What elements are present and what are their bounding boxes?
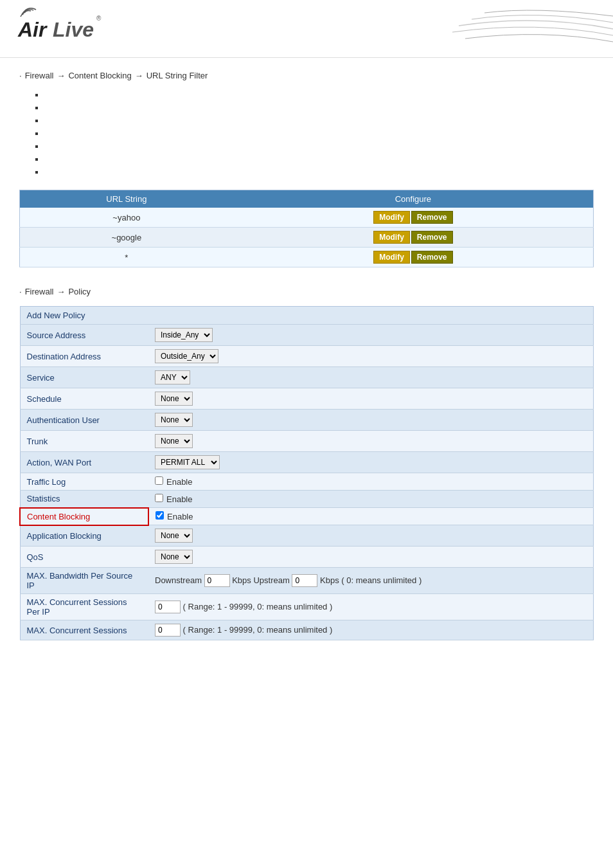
text-input[interactable]: [155, 624, 181, 637]
field-label: Trunk: [20, 431, 148, 452]
modify-button[interactable]: Modify: [373, 211, 410, 224]
policy-row: Authentication UserNone: [20, 410, 594, 431]
remove-button[interactable]: Remove: [411, 211, 453, 224]
field-label: MAX. Concurrent Sessions Per IP: [20, 594, 148, 620]
policy-row: Destination AddressOutside_Any: [20, 346, 594, 367]
section2-breadcrumb: · Firewall → Policy: [19, 287, 594, 296]
select-destination-address[interactable]: Outside_Any: [155, 349, 218, 363]
section1-breadcrumb: · Firewall → Content Blocking → URL Stri…: [19, 71, 594, 80]
header-decoration: [356, 0, 613, 58]
remove-button[interactable]: Remove: [411, 231, 453, 244]
policy-table: Add New Policy Source AddressInside_AnyD…: [19, 306, 594, 640]
upstream-input[interactable]: [292, 574, 317, 587]
field-label: MAX. Bandwidth Per Source IP: [20, 568, 148, 594]
field-label: Action, WAN Port: [20, 452, 148, 473]
field-value: None: [148, 410, 594, 431]
url-table: URL String Configure ~yahooModifyRemove~…: [19, 190, 594, 267]
field-value: None: [148, 388, 594, 410]
breadcrumb-arrow1: →: [57, 71, 65, 80]
field-label: Destination Address: [20, 346, 148, 367]
field-label: Application Blocking: [20, 525, 148, 547]
downstream-label: Downstream: [155, 575, 204, 585]
policy-row: QoSNone: [20, 547, 594, 568]
breadcrumb-arrow1-2: →: [57, 287, 65, 296]
breadcrumb-part2-2: Policy: [68, 287, 91, 296]
checkbox-traffic-log[interactable]: [155, 476, 163, 485]
svg-text:®: ®: [96, 15, 102, 22]
policy-row: Traffic LogEnable: [20, 473, 594, 491]
bandwidth-suffix: Kbps ( 0: means unlimited ): [317, 575, 422, 585]
field-value: Outside_Any: [148, 346, 594, 367]
configure-cell: ModifyRemove: [233, 228, 594, 248]
modify-button[interactable]: Modify: [373, 251, 410, 264]
field-label: Content Blocking: [20, 508, 148, 525]
table-row: *ModifyRemove: [20, 248, 594, 267]
policy-row: Application BlockingNone: [20, 525, 594, 547]
field-value: PERMIT ALL: [148, 452, 594, 473]
list-item: [45, 103, 594, 113]
configure-cell: ModifyRemove: [233, 208, 594, 228]
list-item: [45, 116, 594, 125]
field-label: Traffic Log: [20, 473, 148, 491]
select-action,-wan-port[interactable]: PERMIT ALL: [155, 455, 220, 469]
breadcrumb-dot-2: ·: [19, 287, 22, 296]
remove-button[interactable]: Remove: [411, 251, 453, 264]
field-label: Statistics: [20, 491, 148, 508]
field-label: Service: [20, 367, 148, 388]
policy-row: MAX. Concurrent Sessions ( Range: 1 - 99…: [20, 620, 594, 640]
breadcrumb-part3: URL String Filter: [147, 71, 208, 80]
policy-table-header: Add New Policy: [20, 307, 594, 325]
field-value: ( Range: 1 - 99999, 0: means unlimited ): [148, 620, 594, 640]
select-source-address[interactable]: Inside_Any: [155, 328, 213, 342]
url-string-cell: ~google: [20, 228, 233, 248]
main-content: · Firewall → Content Blocking → URL Stri…: [0, 58, 613, 653]
checkbox-label: Enable: [167, 512, 193, 521]
field-label: Authentication User: [20, 410, 148, 431]
url-table-header-configure: Configure: [233, 190, 594, 208]
field-label: QoS: [20, 547, 148, 568]
list-item: [45, 154, 594, 164]
downstream-input[interactable]: [204, 574, 230, 587]
policy-row: ScheduleNone: [20, 388, 594, 410]
select-trunk[interactable]: None: [155, 434, 193, 448]
table-row: ~googleModifyRemove: [20, 228, 594, 248]
checkbox-label: Enable: [166, 494, 192, 504]
field-label: Schedule: [20, 388, 148, 410]
section2: · Firewall → Policy Add New Policy Sourc…: [19, 287, 594, 640]
field-value: ( Range: 1 - 99999, 0: means unlimited ): [148, 594, 594, 620]
policy-row: StatisticsEnable: [20, 491, 594, 508]
field-value: Enable: [148, 491, 594, 508]
policy-row: Content BlockingEnable: [20, 508, 594, 525]
text-input[interactable]: [155, 601, 181, 613]
list-item: [45, 167, 594, 177]
modify-button[interactable]: Modify: [373, 231, 410, 244]
policy-row: TrunkNone: [20, 431, 594, 452]
svg-text:Live: Live: [53, 18, 94, 41]
breadcrumb-part1: Firewall: [25, 71, 54, 80]
policy-row: ServiceANY: [20, 367, 594, 388]
select-application-blocking[interactable]: None: [155, 529, 193, 543]
select-qos[interactable]: None: [155, 550, 193, 564]
field-label: MAX. Concurrent Sessions: [20, 620, 148, 640]
url-table-header-url: URL String: [20, 190, 233, 208]
field-value: None: [148, 525, 594, 547]
policy-row: Action, WAN PortPERMIT ALL: [20, 452, 594, 473]
configure-cell: ModifyRemove: [233, 248, 594, 267]
breadcrumb-dot-1: ·: [19, 71, 22, 80]
url-string-cell: ~yahoo: [20, 208, 233, 228]
checkbox-content-blocking[interactable]: [155, 511, 164, 520]
select-authentication-user[interactable]: None: [155, 413, 193, 427]
table-row: ~yahooModifyRemove: [20, 208, 594, 228]
select-service[interactable]: ANY: [155, 370, 190, 384]
field-value: Enable: [148, 508, 594, 525]
field-value: ANY: [148, 367, 594, 388]
policy-row: Source AddressInside_Any: [20, 325, 594, 346]
field-note: ( Range: 1 - 99999, 0: means unlimited ): [181, 625, 332, 635]
svg-text:Air: Air: [17, 18, 48, 41]
select-schedule[interactable]: None: [155, 392, 193, 406]
field-value: Downstream Kbps Upstream Kbps ( 0: means…: [148, 568, 594, 594]
policy-row: MAX. Bandwidth Per Source IPDownstream K…: [20, 568, 594, 594]
list-item: [45, 90, 594, 100]
checkbox-statistics[interactable]: [155, 494, 163, 502]
field-label: Source Address: [20, 325, 148, 346]
